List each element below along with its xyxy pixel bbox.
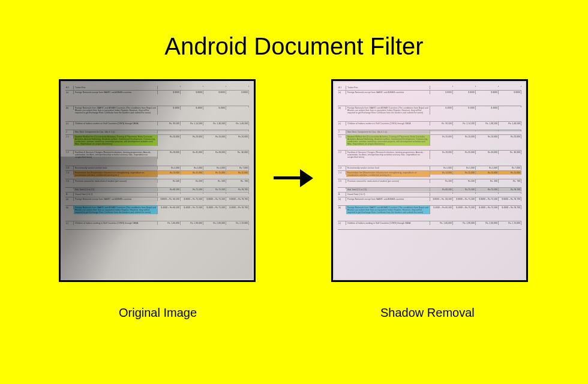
processed-image: A.1Tuition Fee(a)Foreign Nationals excep… <box>331 79 528 282</box>
doc-table-left: A.1Tuition Fee(a)Foreign Nationals excep… <box>62 82 253 279</box>
doc-table-right: A.1Tuition Fee(a)Foreign Nationals excep… <box>334 82 525 279</box>
caption-processed: Shadow Removal <box>380 306 475 320</box>
caption-original: Original Image <box>119 306 197 320</box>
arrow-icon <box>274 166 316 190</box>
original-image: A.1Tuition Fee(a)Foreign Nationals excep… <box>59 79 256 282</box>
page-title: Android Document Filter <box>164 33 423 60</box>
